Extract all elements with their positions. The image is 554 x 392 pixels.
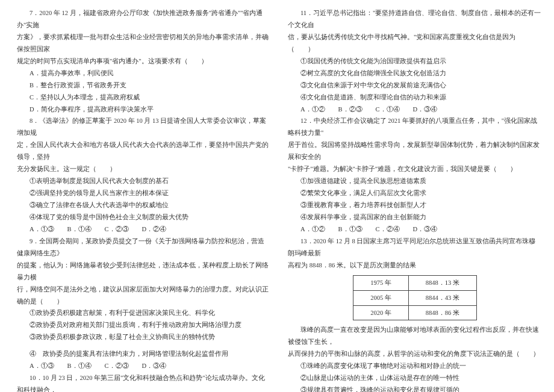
- q12-opts: A．①② B．①③ C．②④ D．③④: [288, 223, 542, 235]
- q13-sub1: ①珠峰的高度变化体现了事物绝对运动和相对静止的统一: [288, 360, 542, 372]
- q11-line2: 信，要从弘扬优秀传统文化中寻找精气神。"党和国家高度重视文化自信是因为（ ）: [288, 31, 542, 55]
- q7-line2: 方案》，要求抓紧梳理一批与群众生活和企业经营密切相关的异地办事需求清单，并确保按…: [17, 31, 271, 55]
- q9-sub3: ③政协委员积极参政议政，彰显了社会主义协商民主的独特优势: [17, 331, 271, 343]
- cell-year-2020: 2020 年: [353, 305, 409, 320]
- q7-line3: 规定的时间节点实现清单内事项"省内通办"。这项要求有（ ）: [17, 55, 271, 67]
- q11-sub3: ③文化自信来源于对中华文化的发展前途充满信心: [288, 79, 542, 92]
- q13-table: 1975 年 8848．13 米 2005 年 8844．43 米 2020 年…: [353, 275, 477, 321]
- cell-val-2020: 8848．86 米: [408, 305, 476, 320]
- cell-year-1975: 1975 年: [353, 275, 409, 290]
- q7-opt-b: B．整合行政资源，节省政务开支: [17, 79, 271, 92]
- q9-line2: 的提案，他认为：网络施暴者较少受到法律惩处，违法成本低，某种程度上助长了网络暴力…: [17, 260, 271, 284]
- table-row: 1975 年 8848．13 米: [353, 275, 477, 290]
- q8-sub3: ③确立了法律在各级人大代表选举中的权威地位: [17, 199, 271, 211]
- q8-opts: A．①③ B．①④ C．②③ D．②④: [17, 223, 271, 235]
- q7-opt-c: C．坚持以人为本理念，提高政府权威: [17, 92, 271, 104]
- q12-line1: 12．中央经济工作会议确定了 2021 年要抓好的八项重点任务，其中，"强化国家…: [288, 115, 542, 139]
- q8-line3: 充分发扬民主。这一规定（ ）: [17, 163, 271, 175]
- spacer: [17, 343, 271, 348]
- q12-line3: "卡脖子"难题。为解决"卡脖子"难题，在文化建设方面，我国关键是要（ ）: [288, 163, 542, 175]
- q9-sub1: ①政协委员积极建言献策，有利于促进国家决策民主化、科学化: [17, 307, 271, 319]
- q12-sub4: ④发展科学事业，提高国家的自主创新能力: [288, 211, 542, 223]
- q12-line2: 居于首位。我国将坚持战略性需求导向，发展新型举国体制优势，着力解决制约国家发展和…: [288, 139, 542, 163]
- q9-line1: 9．全国两会期间，某政协委员提交了一份《关于加强网络暴力防控和惩治，营造健康网络…: [17, 235, 271, 260]
- q9-line3: 行，网络空间不是法外之地，建议从国家层面加大对网络暴力的治理力度。对此认识正确的…: [17, 284, 271, 308]
- q8-line2: 定，全国人民代表大会和地方各级人民代表大会代表的选举工作，要坚持中国共产党的领导…: [17, 139, 271, 163]
- q11-opts: A．①② B．②③ C．①④ D．③④: [288, 104, 542, 116]
- right-column: 11．习近平总书记指出："要坚持道路自信、理论自信、制度自信，最根本的还有一个文…: [279, 7, 542, 387]
- q11-sub4: ④文化自信是道路、制度和理论自信的动力和来源: [288, 92, 542, 104]
- q10-line1: 10．10 月 23 日，2020 年第三届"文化和科技融合热点和趋势"论坛成功…: [17, 372, 271, 392]
- q9-opts: A．①③ B．①④ C．②③ D．③④: [17, 360, 271, 372]
- table-row: 2020 年 8848．86 米: [353, 305, 477, 320]
- q9-sub2: ②政协委员对政府相关部门提出质询，有利于推动政府加大网络治理力度: [17, 319, 271, 331]
- q13-line4: 从而保持力的平衡和山脉的高度，从哲学的运动和变化的角度下说法正确的是（ ）: [288, 348, 542, 360]
- q8-sub4: ④体现了党的领导是中国特色社会主义制度的最大优势: [17, 211, 271, 223]
- q8-line1: 8．《选举法》的修正草案于 2020 年 10 月 13 日提请全国人大常委会议…: [17, 115, 271, 139]
- q12-sub3: ③重视教育事业，着力培养科技创新型人才: [288, 199, 542, 211]
- q7-opt-d: D．简化办事程序，提高政府科学决策水平: [17, 104, 271, 116]
- cell-val-2005: 8844．43 米: [408, 290, 476, 305]
- q13-line3: 珠峰的高度一直在改变是因为山康能够对地球表面的变化过程作出反应，并在快速被侵蚀下…: [288, 324, 542, 348]
- q12-sub1: ①加强道德建设，提高全民族思想道德素质: [288, 175, 542, 187]
- table-row: 2005 年 8844．43 米: [353, 290, 477, 305]
- left-column: 7．2020 年 12 月，福建省政府办公厅印发《加快推进政务服务"跨省通办""…: [17, 7, 279, 387]
- cell-year-2005: 2005 年: [353, 290, 409, 305]
- q11-sub2: ②树立高度的文化自信能增强全民族文化创造活力: [288, 67, 542, 79]
- q9-sub4: ④ 政协委员的提案具有法律约束力，对网络管理法制化起监督作用: [17, 348, 271, 360]
- q11-sub1: ①我国优秀的传统文化能为治国理政提供有益启示: [288, 55, 542, 67]
- q13-line2: 高程为 8848．86 米。以下是历次测量的结果: [288, 260, 542, 272]
- q12-sub2: ②繁荣文化事业，满足人们高层次文化需求: [288, 187, 542, 199]
- exam-page: 7．2020 年 12 月，福建省政府办公厅印发《加快推进政务服务"跨省通办""…: [0, 0, 554, 392]
- q13-sub2: ②山脉是山体运动的主体，山体运动是存在的唯一特性: [288, 372, 542, 384]
- q13-line1: 13．2020 年 12 月 8 日国家主席习近平同尼泊尔总统班达里互致信函共同…: [288, 235, 542, 260]
- q7-opt-a: A．提高办事效率，利民便民: [17, 67, 271, 79]
- cell-val-1975: 8848．13 米: [408, 275, 476, 290]
- q13-sub3: ③规律具有普遍性，珠峰的运动和变化是有规律可循的: [288, 384, 542, 392]
- q11-line1: 11．习近平总书记指出："要坚持道路自信、理论自信、制度自信，最根本的还有一个文…: [288, 7, 542, 31]
- q8-sub1: ①表明选举制度是我国人民代表大会制度的基石: [17, 175, 271, 187]
- q7-line1: 7．2020 年 12 月，福建省政府办公厅印发《加快推进政务服务"跨省通办""…: [17, 7, 271, 31]
- q8-sub2: ②强调坚持党的领导是人民当家作主的根本保证: [17, 187, 271, 199]
